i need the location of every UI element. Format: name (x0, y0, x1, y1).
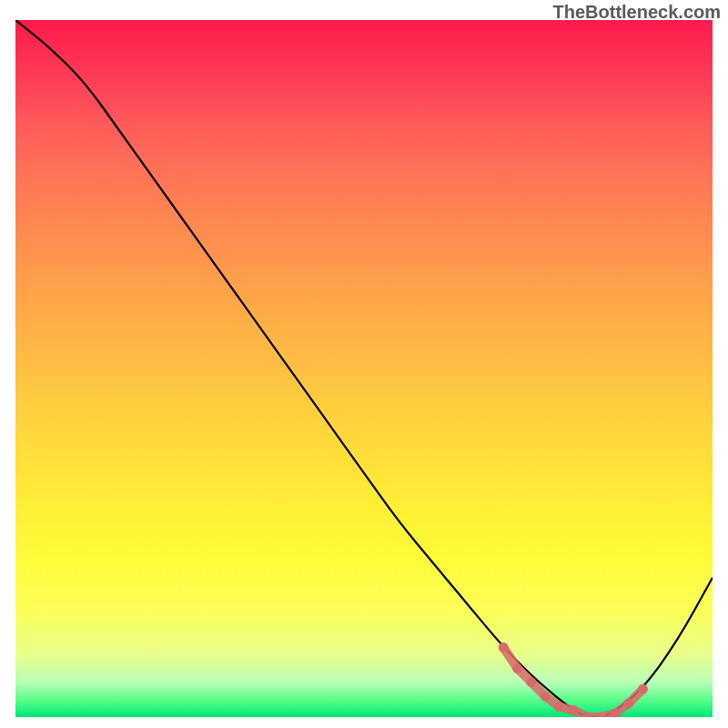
highlight-markers (499, 642, 648, 717)
highlight-dot (554, 702, 564, 712)
highlight-dot (499, 642, 509, 652)
highlight-dot (638, 684, 648, 694)
watermark-text: TheBottleneck.com (553, 2, 721, 23)
highlight-dot (512, 663, 522, 673)
highlight-dot (541, 692, 551, 702)
main-curve (15, 20, 713, 717)
chart-container: TheBottleneck.com (0, 0, 728, 728)
highlight-dot (624, 698, 634, 708)
highlight-dot (526, 677, 536, 687)
chart-svg (15, 20, 713, 717)
highlight-dot (568, 705, 578, 715)
